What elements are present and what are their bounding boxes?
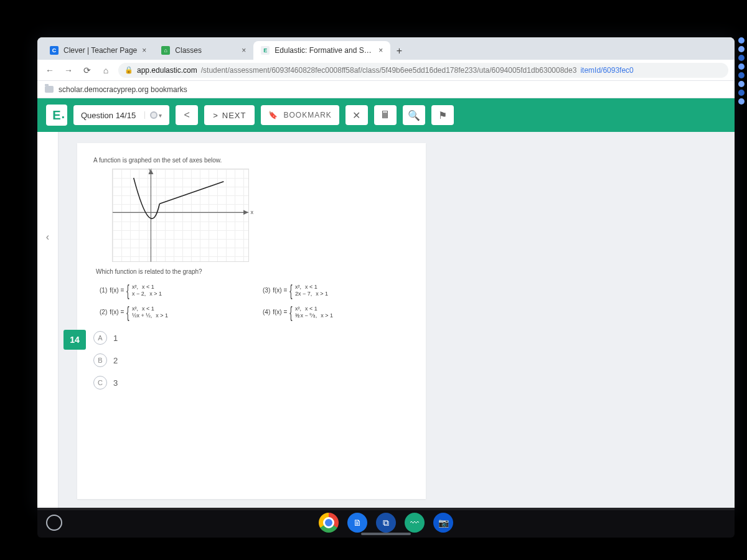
folder-icon [45, 86, 54, 93]
option-4: (4) f(x) = { x²,x < 1 ³⁄₂x − ⁹⁄₂,x > 1 [263, 306, 410, 319]
tab-clever[interactable]: C Clever | Teacher Page × [42, 41, 154, 60]
question-prompt-bottom: Which function is related to the graph? [96, 268, 410, 275]
rail-chevron-left-icon[interactable]: ‹ [46, 231, 49, 243]
search-button[interactable]: 🔍 [403, 105, 425, 125]
files-app-icon[interactable]: 🗎 [347, 513, 367, 533]
bookmark-button[interactable]: 🔖 BOOKMARK [261, 105, 339, 125]
bookmark-icon: 🔖 [268, 111, 278, 119]
svg-marker-3 [243, 210, 248, 215]
close-icon[interactable]: × [142, 46, 146, 55]
question-prompt-top: A function is graphed on the set of axes… [93, 157, 410, 164]
home-button[interactable]: ⌂ [100, 64, 112, 77]
x-axis-label: x [251, 209, 254, 215]
question-count: Question 14/15 [81, 111, 136, 120]
search-icon: 🔍 [408, 110, 420, 121]
url-host: app.edulastic.com [137, 66, 197, 75]
question-number-badge: 14 [63, 330, 86, 350]
url-path: /student/assessment/6093f460828fec0008ff… [201, 66, 577, 75]
favicon-clever: C [50, 46, 59, 55]
function-graph: y x [112, 169, 249, 262]
favicon-edulastic: E [261, 46, 270, 55]
tab-title: Edulastic: Formative and Summ [275, 46, 374, 55]
choice-text: 2 [113, 356, 118, 365]
stats-app-icon[interactable]: 〰 [405, 513, 425, 533]
bookmark-label: BOOKMARK [283, 111, 331, 119]
calculator-button[interactable]: 🖩 [374, 105, 397, 125]
url-fragment: itemId/6093fec0 [580, 66, 633, 75]
reload-button[interactable]: ⟳ [81, 64, 93, 77]
screen: C Clever | Teacher Page × ⌂ Classes × E … [37, 37, 735, 510]
chrome-app-icon[interactable] [319, 513, 339, 533]
forward-button[interactable]: → [62, 64, 75, 77]
close-icon: ✕ [352, 110, 360, 121]
close-icon[interactable]: × [242, 46, 246, 55]
launcher-button[interactable] [46, 515, 62, 531]
lock-icon: 🔒 [125, 66, 133, 74]
tab-title: Clever | Teacher Page [63, 46, 137, 55]
option-3: (3) f(x) = { x²,x < 1 2x − 7,x > 1 [263, 284, 410, 297]
calculator-icon: 🖩 [380, 110, 390, 121]
browser-toolbar: ← → ⟳ ⌂ 🔒 app.edulastic.com /student/ass… [37, 60, 735, 81]
new-tab-button[interactable]: + [390, 42, 408, 60]
next-question-button[interactable]: > NEXT [204, 105, 255, 125]
worksheet-card: 14 A function is graphed on the set of a… [77, 143, 426, 499]
bookmark-item[interactable]: scholar.democracyprep.org bookmarks [59, 85, 187, 94]
shelf-handle [361, 533, 411, 535]
choice-bubble: C [93, 376, 107, 390]
choice-bubble: A [93, 331, 107, 345]
question-nav-rail: ‹ [37, 132, 59, 510]
eye-icon [150, 111, 157, 119]
question-indicator[interactable]: Question 14/15 ▾ [73, 105, 169, 125]
edulastic-logo[interactable]: E [46, 105, 67, 126]
camera-app-icon[interactable]: 📷 [433, 513, 453, 533]
back-button[interactable]: ← [44, 64, 56, 77]
prev-question-button[interactable]: < [176, 105, 198, 125]
answer-choice-c[interactable]: C 3 [93, 376, 410, 390]
camera-reflection [738, 37, 745, 105]
graph-svg [113, 169, 248, 262]
next-label: NEXT [222, 111, 247, 120]
answer-choice-b[interactable]: B 2 [93, 353, 410, 367]
option-1: (1) f(x) = { x²,x < 1 x − 2,x > 1 [100, 284, 247, 297]
chevron-down-icon: ▾ [159, 112, 162, 119]
browser-tabstrip: C Clever | Teacher Page × ⌂ Classes × E … [37, 37, 735, 60]
tab-classes[interactable]: ⌂ Classes × [154, 41, 253, 60]
choice-bubble: B [93, 353, 107, 367]
option-2: (2) f(x) = { x²,x < 1 ½x + ½,x > 1 [100, 306, 247, 319]
chromeos-shelf: 🗎 ⧉ 〰 📷 [37, 508, 735, 538]
choice-text: 1 [113, 334, 118, 343]
content-area: ‹ 14 A function is graphed on the set of… [37, 132, 735, 510]
chevron-left-icon: < [184, 110, 190, 121]
app-header: E Question 14/15 ▾ < > NEXT 🔖 BOOKMARK ✕… [37, 98, 735, 132]
docs-app-icon[interactable]: ⧉ [376, 513, 396, 533]
visibility-toggle[interactable]: ▾ [144, 111, 162, 119]
svg-marker-2 [148, 169, 153, 174]
favicon-classes: ⌂ [161, 46, 170, 55]
answer-choices: A 1 B 2 C 3 [93, 331, 410, 390]
piecewise-options: (1) f(x) = { x²,x < 1 x − 2,x > 1 (3) f(… [100, 284, 410, 319]
close-icon[interactable]: × [378, 46, 383, 55]
clear-button[interactable]: ✕ [345, 105, 368, 125]
tab-edulastic[interactable]: E Edulastic: Formative and Summ × [253, 41, 390, 60]
address-bar[interactable]: 🔒 app.edulastic.com /student/assessment/… [118, 63, 728, 78]
chevron-right-icon: > [213, 111, 218, 120]
flag-button[interactable]: ⚑ [431, 105, 454, 125]
flag-icon: ⚑ [438, 110, 447, 121]
bookmarks-bar: scholar.democracyprep.org bookmarks [37, 81, 735, 98]
choice-text: 3 [113, 378, 118, 388]
answer-choice-a[interactable]: A 1 [93, 331, 410, 345]
tab-title: Classes [175, 46, 237, 55]
question-page: 14 A function is graphed on the set of a… [59, 132, 735, 510]
